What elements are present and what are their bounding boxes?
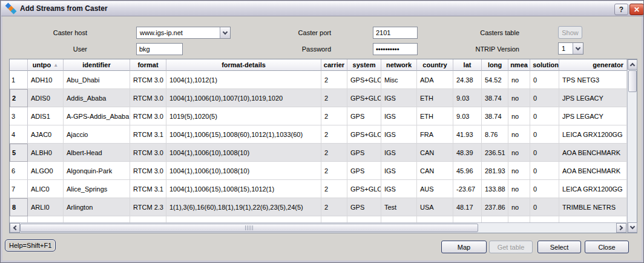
user-input[interactable] — [136, 43, 183, 55]
table-cell[interactable]: 1019(5),1020(5) — [166, 107, 321, 125]
table-cell[interactable]: Misc — [381, 71, 417, 89]
table-cell[interactable]: 0 — [530, 162, 559, 180]
caster-port-input[interactable] — [373, 27, 418, 39]
caster-host-combo[interactable]: www.igs-ip.net — [136, 27, 231, 39]
table-cell[interactable]: no — [508, 89, 530, 107]
table-cell[interactable]: 45.96 — [453, 162, 482, 180]
titlebar-close-button[interactable]: ✕ — [629, 4, 644, 15]
scroll-right-icon[interactable] — [616, 223, 626, 233]
column-header-network[interactable]: network — [381, 59, 417, 71]
table-cell[interactable]: no — [508, 198, 530, 216]
table-cell[interactable]: 133.88 — [482, 180, 508, 198]
table-cell[interactable]: TRIMBLE NETRS — [559, 198, 627, 216]
row-number[interactable]: 7 — [10, 180, 28, 198]
table-cell[interactable]: CAN — [417, 144, 453, 162]
column-header-carrier[interactable]: carrier — [321, 59, 347, 71]
table-cell[interactable]: IGS — [381, 180, 417, 198]
table-cell[interactable]: JPS LEGACY — [559, 89, 627, 107]
table-cell[interactable]: GPS — [347, 144, 381, 162]
table-cell[interactable]: 1004(1),1006(10),1008(10) — [166, 162, 321, 180]
table-cell[interactable]: 1004(1),1006(10),1007(10),1019,1020 — [166, 89, 321, 107]
column-header-long[interactable]: long — [482, 59, 508, 71]
table-row[interactable]: 3ADIS1A-GPS-Addis_AbabaRTCM 3.01019(5),1… — [10, 107, 627, 125]
table-cell[interactable]: ADH10 — [28, 71, 64, 89]
table-cell[interactable]: 2 — [321, 162, 347, 180]
table-cell[interactable]: ARLI0 — [28, 198, 64, 216]
show-button[interactable]: Show — [558, 26, 582, 39]
column-header-identifier[interactable]: identifier — [64, 59, 130, 71]
table-row[interactable]: 5ALBH0Albert-HeadRTCM 3.01004(1),1006(10… — [10, 144, 627, 162]
vertical-scroll-thumb[interactable] — [628, 70, 637, 92]
table-cell[interactable]: AOA BENCHMARK — [559, 144, 627, 162]
table-cell[interactable]: 9.03 — [453, 89, 482, 107]
get-table-button[interactable]: Get table — [489, 241, 533, 253]
column-header-format-details[interactable]: format-details — [166, 59, 321, 71]
table-cell[interactable]: 2 — [321, 144, 347, 162]
table-cell[interactable]: no — [508, 144, 530, 162]
row-number[interactable]: 6 — [10, 162, 28, 180]
table-cell[interactable]: no — [508, 125, 530, 144]
table-cell[interactable]: 38.74 — [482, 89, 508, 107]
table-cell[interactable]: 8.76 — [482, 125, 508, 144]
table-cell[interactable]: CAN — [417, 162, 453, 180]
select-button[interactable]: Select — [537, 241, 581, 253]
table-cell[interactable]: 24.38 — [453, 71, 482, 89]
titlebar[interactable]: Add Streams from Caster ? ✕ — [1, 1, 644, 16]
table-cell[interactable]: ETH — [417, 107, 453, 125]
table-cell[interactable]: Addis_Ababa — [64, 89, 130, 107]
table-cell[interactable]: Albert-Head — [64, 144, 130, 162]
row-number[interactable]: 3 — [10, 107, 28, 125]
table-cell[interactable]: 48.17 — [453, 198, 482, 216]
horizontal-scrollbar[interactable] — [10, 222, 626, 233]
table-cell[interactable]: 0 — [530, 125, 559, 144]
table-cell[interactable]: 0 — [530, 71, 559, 89]
table-cell[interactable]: RTCM 3.0 — [130, 89, 166, 107]
map-button[interactable]: Map — [441, 241, 487, 253]
column-header-untpo[interactable]: untpo▲ — [28, 59, 64, 71]
table-cell[interactable]: IGS — [381, 89, 417, 107]
row-number[interactable]: 2 — [10, 89, 28, 107]
table-cell[interactable]: -23.67 — [453, 180, 482, 198]
table-cell[interactable]: RTCM 3.0 — [130, 71, 166, 89]
table-cell[interactable]: 0 — [530, 144, 559, 162]
chevron-down-icon[interactable] — [573, 43, 583, 54]
table-cell[interactable]: 9.03 — [453, 107, 482, 125]
row-number[interactable]: 5 — [10, 144, 28, 162]
table-cell[interactable]: ADA — [417, 71, 453, 89]
table-cell[interactable]: GPS — [347, 198, 381, 216]
table-cell[interactable]: AOA BENCHMARK — [559, 162, 627, 180]
column-header-nmea[interactable]: nmea — [508, 59, 530, 71]
table-cell[interactable]: 1004(1),1006(10),1008(10) — [166, 144, 321, 162]
table-cell[interactable]: GPS — [347, 107, 381, 125]
table-cell[interactable]: 38.74 — [482, 107, 508, 125]
table-cell[interactable]: AUS — [417, 180, 453, 198]
table-cell[interactable]: Alice_Springs — [64, 180, 130, 198]
table-row[interactable]: 1ADH10Abu_DhabiRTCM 3.01004(1),1012(1)2G… — [10, 71, 627, 89]
table-cell[interactable]: 1004(1),1006(15),1008(15),1012(1) — [166, 180, 321, 198]
table-cell[interactable]: Test — [381, 198, 417, 216]
table-cell[interactable]: Abu_Dhabi — [64, 71, 130, 89]
password-input[interactable] — [373, 43, 418, 55]
table-cell[interactable]: 0 — [530, 180, 559, 198]
table-cell[interactable]: RTCM 3.0 — [130, 107, 166, 125]
table-cell[interactable]: 1(1),3(6),16(60),18(1),19(1),22(6),23(5)… — [166, 198, 321, 216]
horizontal-scroll-thumb[interactable] — [20, 224, 478, 232]
table-cell[interactable]: 2 — [321, 180, 347, 198]
table-cell[interactable]: 236.51 — [482, 144, 508, 162]
scroll-down-icon[interactable] — [628, 222, 637, 233]
table-cell[interactable]: ALBH0 — [28, 144, 64, 162]
table-cell[interactable]: no — [508, 71, 530, 89]
row-number[interactable]: 8 — [10, 198, 28, 216]
table-cell[interactable]: 41.93 — [453, 125, 482, 144]
table-cell[interactable]: 2 — [321, 198, 347, 216]
table-cell[interactable]: 281.93 — [482, 162, 508, 180]
table-row[interactable]: 4AJAC0AjaccioRTCM 3.11004(1),1006(15),10… — [10, 125, 627, 144]
column-header-country[interactable]: country — [417, 59, 453, 71]
table-cell[interactable]: JPS LEGACY — [559, 107, 627, 125]
table-cell[interactable]: AJAC0 — [28, 125, 64, 144]
table-cell[interactable]: 0 — [530, 107, 559, 125]
table-row[interactable]: 2ADIS0Addis_AbabaRTCM 3.01004(1),1006(10… — [10, 89, 627, 107]
table-cell[interactable]: IGS — [381, 107, 417, 125]
vertical-scrollbar[interactable] — [627, 59, 637, 233]
table-cell[interactable]: GPS — [347, 162, 381, 180]
